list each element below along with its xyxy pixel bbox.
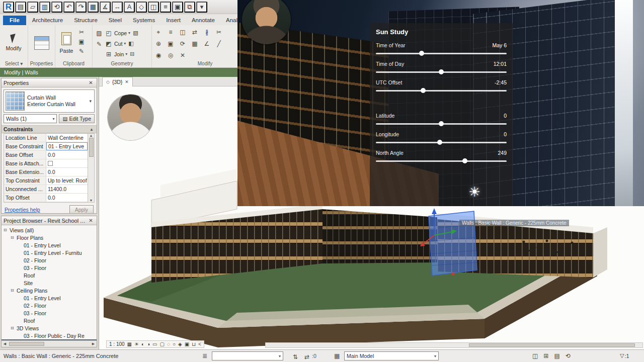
aligned-dimension-icon[interactable]: ↔ (112, 2, 123, 13)
default-3d-view-icon[interactable]: ◇ (136, 2, 147, 13)
shadows-icon[interactable]: ◐ (141, 341, 144, 347)
slider-track[interactable] (376, 71, 507, 73)
apply-button[interactable]: Apply (69, 205, 94, 214)
open-file-icon[interactable]: ▱ (27, 2, 38, 13)
cut-geometry-button[interactable]: ◩ Cut ▾ ◧ (105, 39, 140, 48)
ribbon-tab[interactable]: Architecture (27, 16, 68, 25)
scale-button[interactable]: 1 : 100 (109, 341, 125, 347)
design-options-icon[interactable]: ▦ (334, 352, 340, 359)
scrollbar-thumb[interactable] (9, 342, 44, 346)
slider-track[interactable] (376, 123, 507, 125)
switch-windows-icon[interactable]: ⧉ (184, 2, 195, 13)
tree-item[interactable]: 03 - Floor Public - Day Re (2, 332, 97, 339)
cope-button[interactable]: ◰ Cope ▾ ▧ (105, 28, 140, 38)
ribbon-tab[interactable]: Steel (104, 16, 127, 25)
scrollbar-thumb[interactable] (89, 138, 94, 157)
sync-status-icon[interactable]: ⇅ (291, 352, 300, 361)
modify-tool-button[interactable]: Modify (2, 27, 25, 59)
join-geometry-button[interactable]: ⊞ Join ▾ ⊟ (105, 49, 140, 59)
new-file-icon[interactable]: ▤ (15, 2, 26, 13)
active-workset-select[interactable]: ▾ (212, 351, 283, 360)
tree-expand-icon[interactable]: ⊟ (11, 288, 17, 293)
property-value[interactable]: 01 - Entry Leve (46, 142, 88, 150)
mirror-draw-axis-icon[interactable]: ⇄ (190, 28, 199, 37)
worksharing-display-icon[interactable]: ▣ (185, 341, 189, 347)
section-icon[interactable]: ◫ (148, 2, 159, 13)
ribbon-tab[interactable]: Annotate (187, 16, 220, 25)
sun-path-icon[interactable]: ☀ (134, 341, 139, 347)
tree-item[interactable]: ⊟ Views (all) (2, 226, 97, 234)
scroll-down-icon[interactable]: ▼ (90, 199, 93, 202)
paste-button[interactable]: Paste (57, 27, 75, 59)
worksets-icon[interactable]: ≣ (202, 352, 207, 359)
show-crop-region-icon[interactable]: ▢ (160, 341, 165, 347)
array-tool-icon[interactable]: ▦ (190, 39, 199, 48)
tree-item[interactable]: ⊟ Floor Plans (2, 234, 97, 241)
property-value[interactable]: Up to level: Roof (46, 176, 88, 185)
pin-tool-icon[interactable]: ◉ (154, 51, 163, 60)
align-tool-icon[interactable]: ⌖ (154, 28, 163, 37)
geometry-extra-icons[interactable]: ◧ (128, 40, 135, 47)
tree-item[interactable]: 02 - Floor (2, 256, 97, 264)
slider-track[interactable] (376, 142, 507, 143)
view-tab-3d[interactable]: ◇ {3D} ✕ (102, 77, 133, 86)
slider-thumb[interactable] (439, 69, 444, 74)
panel-label-clipboard[interactable]: Clipboard (55, 61, 92, 67)
constraints-display-icon[interactable]: ⊔ (192, 341, 196, 347)
measure-icon[interactable]: ∡ (100, 2, 111, 13)
property-value[interactable]: 0.0 (46, 168, 88, 176)
constraints-section-header[interactable]: Constraints ▲ (2, 125, 97, 133)
temporary-hide-isolate-icon[interactable]: ◌ (167, 341, 170, 347)
cut-to-clipboard-icon[interactable]: ✂ (77, 28, 86, 37)
editing-requests-icon[interactable]: ⇄ (302, 352, 311, 361)
unpin-tool-icon[interactable]: ◎ (166, 51, 175, 60)
save-icon[interactable]: ▥ (39, 2, 50, 13)
property-row[interactable]: Top Constraint Up to level: Roof (4, 176, 88, 185)
delete-tool-icon[interactable]: ✕ (178, 51, 187, 60)
editable-only-icon[interactable]: ◫ (532, 352, 538, 359)
temporary-view-properties-icon[interactable]: ◈ (178, 341, 182, 347)
panel-label-select[interactable]: Select ▾ (0, 61, 28, 67)
split-with-gap-icon[interactable]: ╱ (214, 39, 223, 48)
paint-icon[interactable]: ▨ (95, 29, 104, 38)
tree-item[interactable]: Site (2, 279, 97, 287)
demolish-icon[interactable]: ✎ (95, 40, 104, 49)
close-icon[interactable]: ✕ (87, 79, 95, 86)
scroll-up-icon[interactable]: ▲ (90, 134, 93, 137)
tree-item[interactable]: 02 - Floor (2, 302, 97, 309)
undo-icon[interactable]: ↶ (63, 2, 74, 13)
ribbon-tab[interactable]: Structure (69, 16, 103, 25)
tree-item[interactable]: 03 - Floor (2, 309, 97, 317)
print-icon[interactable]: ▦ (88, 2, 99, 13)
ribbon-tab[interactable]: Insert (161, 16, 186, 25)
ribbon-tab[interactable]: File (3, 16, 26, 25)
press-drag-icon[interactable]: ⊞ (543, 352, 548, 359)
property-value[interactable]: Wall Centerline (46, 134, 88, 142)
property-row[interactable]: Base Extensio... 0.0 (4, 168, 88, 176)
edit-type-button[interactable]: ▤ Edit Type (59, 114, 95, 123)
copy-to-clipboard-icon[interactable]: ▣ (77, 37, 86, 46)
match-type-properties-icon[interactable]: ✎ (77, 47, 86, 56)
slider-track[interactable] (376, 160, 507, 162)
trim-extend-icon[interactable]: ✂ (214, 28, 223, 37)
close-hidden-windows-icon[interactable]: ▣ (172, 2, 183, 13)
tree-item[interactable]: Roof (2, 272, 97, 279)
properties-help-link[interactable]: Properties help (5, 207, 40, 213)
tree-item[interactable]: 01 - Entry Level (2, 294, 97, 302)
tree-expand-icon[interactable]: ⊟ (4, 228, 10, 232)
slider-thumb[interactable] (419, 51, 424, 56)
ribbon-tab[interactable]: Systems (128, 16, 160, 25)
property-value[interactable]: 0.0 (46, 151, 88, 159)
element-filter-select[interactable]: Walls (1) ▾ (4, 114, 57, 123)
project-browser-title-bar[interactable]: Project Browser - Revit School Arch... ✕ (2, 216, 97, 225)
tree-item[interactable]: ⊟ 3D Views (2, 324, 97, 332)
mirror-pick-axis-icon[interactable]: ◫ (178, 28, 187, 37)
tree-item[interactable]: ⊟ Ceiling Plans (2, 287, 97, 294)
tree-item[interactable]: Roof (2, 317, 97, 324)
revit-logo[interactable]: R (3, 2, 14, 13)
property-row[interactable]: Base Offset 0.0 (4, 151, 88, 159)
geometry-extra-icons[interactable]: ⊟ (130, 51, 136, 57)
exclude-options-icon[interactable]: ▤ (554, 352, 559, 359)
scale-tool-icon[interactable]: ∠ (202, 39, 211, 48)
thin-lines-icon[interactable]: ≡ (160, 2, 171, 13)
